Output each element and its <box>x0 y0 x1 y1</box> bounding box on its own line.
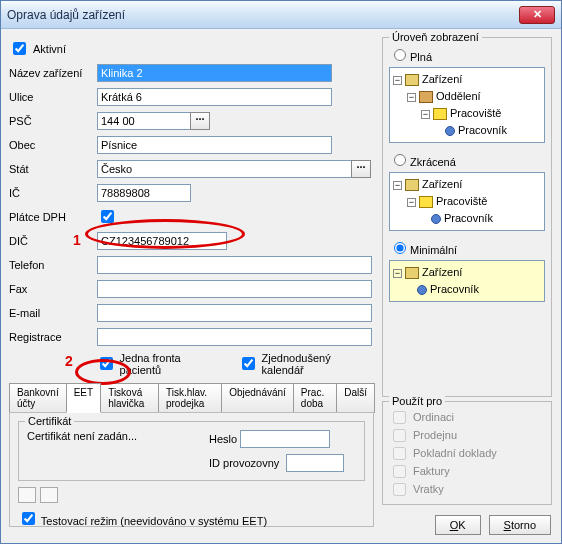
tree-zkracena: −Zařízení −Pracoviště Pracovník <box>389 172 545 231</box>
tree-plna: −Zařízení −Oddělení −Pracoviště Pracovní… <box>389 67 545 143</box>
test-mode-label: Testovací režim (neevidováno v systému E… <box>41 515 267 527</box>
ulice-input[interactable] <box>97 88 332 106</box>
tab-tisk-hlav-prodejka[interactable]: Tisk.hlav. prodejka <box>158 383 222 413</box>
label-dic: DIČ <box>9 235 97 247</box>
email-input[interactable] <box>97 304 372 322</box>
tab-prac-doba[interactable]: Prac. doba <box>293 383 337 413</box>
toolbar-icon-2[interactable] <box>40 487 58 503</box>
label-obec: Obec <box>9 139 97 151</box>
building-icon <box>405 267 419 279</box>
pouzit-title: Použít pro <box>389 395 445 407</box>
expand-icon[interactable]: − <box>421 110 430 119</box>
tree-node[interactable]: Zařízení <box>422 266 462 278</box>
expand-icon[interactable]: − <box>407 93 416 102</box>
label-psc: PSČ <box>9 115 97 127</box>
kalendar-label: Zjednodušený kalendář <box>262 352 374 376</box>
tab-objednavani[interactable]: Objednávání <box>221 383 294 413</box>
tree-node[interactable]: Pracovník <box>430 283 479 295</box>
tree-node[interactable]: Zařízení <box>422 73 462 85</box>
tab-eet[interactable]: EET <box>66 383 101 413</box>
close-button[interactable]: ✕ <box>519 6 555 24</box>
stat-input[interactable] <box>97 160 352 178</box>
worker-icon <box>417 285 427 295</box>
expand-icon[interactable]: − <box>393 181 402 190</box>
window-title: Oprava údajů zařízení <box>7 8 519 22</box>
tree-node[interactable]: Oddělení <box>436 90 481 102</box>
fronta-checkbox[interactable] <box>100 357 113 370</box>
storno-button[interactable]: StornoStorno <box>489 515 551 535</box>
fax-input[interactable] <box>97 280 372 298</box>
tree-node[interactable]: Zařízení <box>422 178 462 190</box>
label-platce: Plátce DPH <box>9 211 97 223</box>
tab-bar: Bankovní účty EET Tisková hlavička Tisk.… <box>9 383 374 413</box>
pouzit-pro-group: Použít pro Ordinaci Prodejnu Pokladní do… <box>382 401 552 505</box>
tree-minimalni: −Zařízení Pracovník <box>389 260 545 302</box>
label-ulice: Ulice <box>9 91 97 103</box>
tab-tiskova-hlavicka[interactable]: Tisková hlavička <box>100 383 159 413</box>
telefon-input[interactable] <box>97 256 372 274</box>
idprov-label: ID provozovny <box>209 457 279 469</box>
radio-plna[interactable] <box>394 49 406 61</box>
psc-input[interactable] <box>97 112 191 130</box>
department-icon <box>419 91 433 103</box>
tree-node[interactable]: Pracoviště <box>436 195 487 207</box>
annotation-1: 1 <box>73 232 81 248</box>
expand-icon[interactable]: − <box>393 269 402 278</box>
stat-lookup-button[interactable]: ··· <box>351 160 371 178</box>
radio-minimalni[interactable] <box>394 242 406 254</box>
pouzit-prodejnu <box>393 429 406 442</box>
test-mode-checkbox[interactable] <box>22 512 35 525</box>
radio-plna-label: Plná <box>410 51 432 63</box>
label-ic: IČ <box>9 187 97 199</box>
obec-input[interactable] <box>97 136 332 154</box>
pouzit-faktury <box>393 465 406 478</box>
tab-bankovni-ucty[interactable]: Bankovní účty <box>9 383 67 413</box>
psc-lookup-button[interactable]: ··· <box>190 112 210 130</box>
label-email: E-mail <box>9 307 97 319</box>
pouzit-ordinaci <box>393 411 406 424</box>
pouzit-vratky <box>393 483 406 496</box>
cert-group-title: Certifikát <box>25 415 74 427</box>
label-fax: Fax <box>9 283 97 295</box>
pouzit-pokladni <box>393 447 406 460</box>
radio-zkracena[interactable] <box>394 154 406 166</box>
platce-checkbox[interactable] <box>101 210 114 223</box>
radio-minimalni-label: Minimální <box>410 244 457 256</box>
heslo-label: Heslo <box>209 433 237 445</box>
active-label: Aktivní <box>33 43 66 55</box>
active-checkbox[interactable] <box>13 42 26 55</box>
tree-node[interactable]: Pracovník <box>444 212 493 224</box>
dic-input[interactable] <box>97 232 227 250</box>
expand-icon[interactable]: − <box>407 198 416 207</box>
expand-icon[interactable]: − <box>393 76 402 85</box>
workplace-icon <box>433 108 447 120</box>
workplace-icon <box>419 196 433 208</box>
ic-input[interactable] <box>97 184 191 202</box>
nazev-input[interactable] <box>97 64 332 82</box>
idprov-input[interactable] <box>286 454 344 472</box>
toolbar-icon-1[interactable] <box>18 487 36 503</box>
building-icon <box>405 74 419 86</box>
worker-icon <box>431 214 441 224</box>
registrace-input[interactable] <box>97 328 372 346</box>
title-bar: Oprava údajů zařízení ✕ <box>1 1 561 29</box>
label-registrace: Registrace <box>9 331 97 343</box>
worker-icon <box>445 126 455 136</box>
tree-node[interactable]: Pracovník <box>458 124 507 136</box>
tab-dalsi[interactable]: Další <box>336 383 375 413</box>
annotation-2: 2 <box>65 353 73 369</box>
fronta-label: Jedna fronta pacientů <box>120 352 224 376</box>
uroven-title: Úroveň zobrazení <box>389 31 482 43</box>
kalendar-checkbox[interactable] <box>242 357 255 370</box>
ok-button[interactable]: OOKK <box>435 515 481 535</box>
building-icon <box>405 179 419 191</box>
label-stat: Stát <box>9 163 97 175</box>
heslo-input[interactable] <box>240 430 330 448</box>
tree-node[interactable]: Pracoviště <box>450 107 501 119</box>
label-nazev: Název zařízení <box>9 67 97 79</box>
radio-zkracena-label: Zkrácená <box>410 156 456 168</box>
label-telefon: Telefon <box>9 259 97 271</box>
